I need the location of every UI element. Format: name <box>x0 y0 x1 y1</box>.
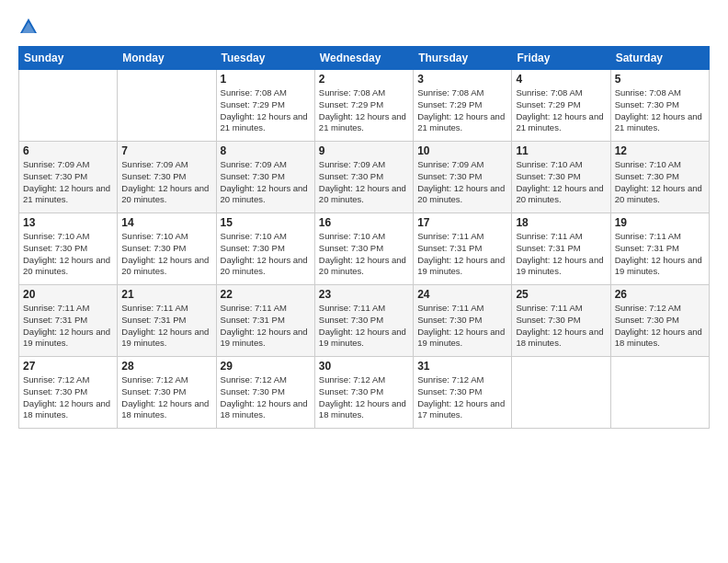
day-number: 14 <box>121 216 211 229</box>
weekday-header-sunday: Sunday <box>19 47 118 70</box>
calendar-cell: 3Sunrise: 7:08 AM Sunset: 7:29 PM Daylig… <box>414 70 512 142</box>
day-info: Sunrise: 7:11 AM Sunset: 7:31 PM Dayligh… <box>417 231 507 278</box>
calendar-cell: 20Sunrise: 7:11 AM Sunset: 7:31 PM Dayli… <box>19 285 118 357</box>
day-number: 26 <box>615 288 705 301</box>
calendar-cell: 7Sunrise: 7:09 AM Sunset: 7:30 PM Daylig… <box>118 142 216 213</box>
day-info: Sunrise: 7:09 AM Sunset: 7:30 PM Dayligh… <box>23 159 113 206</box>
day-info: Sunrise: 7:09 AM Sunset: 7:30 PM Dayligh… <box>417 159 507 206</box>
calendar-cell: 2Sunrise: 7:08 AM Sunset: 7:29 PM Daylig… <box>314 70 413 142</box>
day-number: 3 <box>417 73 507 86</box>
day-info: Sunrise: 7:11 AM Sunset: 7:30 PM Dayligh… <box>516 303 606 350</box>
day-number: 20 <box>23 288 113 301</box>
day-info: Sunrise: 7:10 AM Sunset: 7:30 PM Dayligh… <box>516 159 606 206</box>
day-number: 4 <box>516 73 606 86</box>
calendar-cell: 12Sunrise: 7:10 AM Sunset: 7:30 PM Dayli… <box>610 142 709 213</box>
calendar-cell: 30Sunrise: 7:12 AM Sunset: 7:30 PM Dayli… <box>314 357 413 429</box>
day-number: 30 <box>319 360 409 373</box>
week-row-1: 1Sunrise: 7:08 AM Sunset: 7:29 PM Daylig… <box>19 70 710 142</box>
day-info: Sunrise: 7:10 AM Sunset: 7:30 PM Dayligh… <box>23 231 113 278</box>
day-info: Sunrise: 7:08 AM Sunset: 7:29 PM Dayligh… <box>417 87 507 134</box>
calendar-cell: 1Sunrise: 7:08 AM Sunset: 7:29 PM Daylig… <box>216 70 314 142</box>
calendar: SundayMondayTuesdayWednesdayThursdayFrid… <box>18 46 710 429</box>
calendar-cell: 17Sunrise: 7:11 AM Sunset: 7:31 PM Dayli… <box>414 213 512 285</box>
day-number: 28 <box>121 360 211 373</box>
calendar-cell: 9Sunrise: 7:09 AM Sunset: 7:30 PM Daylig… <box>314 142 413 213</box>
day-info: Sunrise: 7:11 AM Sunset: 7:31 PM Dayligh… <box>615 231 705 278</box>
logo-icon <box>18 17 39 37</box>
calendar-cell: 23Sunrise: 7:11 AM Sunset: 7:30 PM Dayli… <box>314 285 413 357</box>
calendar-cell: 10Sunrise: 7:09 AM Sunset: 7:30 PM Dayli… <box>414 142 512 213</box>
calendar-cell: 11Sunrise: 7:10 AM Sunset: 7:30 PM Dayli… <box>512 142 610 213</box>
week-row-2: 6Sunrise: 7:09 AM Sunset: 7:30 PM Daylig… <box>19 142 710 213</box>
calendar-cell <box>512 357 610 429</box>
day-info: Sunrise: 7:08 AM Sunset: 7:30 PM Dayligh… <box>615 87 705 134</box>
calendar-cell: 22Sunrise: 7:11 AM Sunset: 7:31 PM Dayli… <box>216 285 314 357</box>
logo <box>18 17 40 37</box>
day-number: 12 <box>615 144 705 157</box>
calendar-cell: 27Sunrise: 7:12 AM Sunset: 7:30 PM Dayli… <box>19 357 118 429</box>
page: SundayMondayTuesdayWednesdayThursdayFrid… <box>0 0 728 563</box>
day-number: 7 <box>121 144 211 157</box>
weekday-header-row: SundayMondayTuesdayWednesdayThursdayFrid… <box>19 47 710 70</box>
day-number: 17 <box>417 216 507 229</box>
weekday-header-friday: Friday <box>512 47 610 70</box>
day-info: Sunrise: 7:10 AM Sunset: 7:30 PM Dayligh… <box>221 231 311 278</box>
calendar-cell: 29Sunrise: 7:12 AM Sunset: 7:30 PM Dayli… <box>216 357 314 429</box>
day-info: Sunrise: 7:11 AM Sunset: 7:30 PM Dayligh… <box>417 303 507 350</box>
day-info: Sunrise: 7:12 AM Sunset: 7:30 PM Dayligh… <box>319 374 409 421</box>
day-info: Sunrise: 7:11 AM Sunset: 7:31 PM Dayligh… <box>121 303 211 350</box>
day-info: Sunrise: 7:12 AM Sunset: 7:30 PM Dayligh… <box>221 374 311 421</box>
day-info: Sunrise: 7:08 AM Sunset: 7:29 PM Dayligh… <box>516 87 606 134</box>
day-number: 16 <box>319 216 409 229</box>
calendar-cell: 14Sunrise: 7:10 AM Sunset: 7:30 PM Dayli… <box>118 213 216 285</box>
calendar-cell: 28Sunrise: 7:12 AM Sunset: 7:30 PM Dayli… <box>118 357 216 429</box>
day-number: 22 <box>221 288 311 301</box>
day-number: 5 <box>615 73 705 86</box>
calendar-cell: 8Sunrise: 7:09 AM Sunset: 7:30 PM Daylig… <box>216 142 314 213</box>
weekday-header-monday: Monday <box>118 47 216 70</box>
calendar-cell: 15Sunrise: 7:10 AM Sunset: 7:30 PM Dayli… <box>216 213 314 285</box>
day-info: Sunrise: 7:09 AM Sunset: 7:30 PM Dayligh… <box>121 159 211 206</box>
day-number: 21 <box>121 288 211 301</box>
day-number: 9 <box>319 144 409 157</box>
day-info: Sunrise: 7:12 AM Sunset: 7:30 PM Dayligh… <box>121 374 211 421</box>
day-info: Sunrise: 7:10 AM Sunset: 7:30 PM Dayligh… <box>121 231 211 278</box>
calendar-cell: 6Sunrise: 7:09 AM Sunset: 7:30 PM Daylig… <box>19 142 118 213</box>
calendar-cell <box>118 70 216 142</box>
day-number: 24 <box>417 288 507 301</box>
day-info: Sunrise: 7:10 AM Sunset: 7:30 PM Dayligh… <box>615 159 705 206</box>
day-info: Sunrise: 7:08 AM Sunset: 7:29 PM Dayligh… <box>221 87 311 134</box>
calendar-cell: 26Sunrise: 7:12 AM Sunset: 7:30 PM Dayli… <box>610 285 709 357</box>
day-info: Sunrise: 7:10 AM Sunset: 7:30 PM Dayligh… <box>319 231 409 278</box>
weekday-header-saturday: Saturday <box>610 47 709 70</box>
day-number: 8 <box>221 144 311 157</box>
week-row-5: 27Sunrise: 7:12 AM Sunset: 7:30 PM Dayli… <box>19 357 710 429</box>
weekday-header-wednesday: Wednesday <box>314 47 413 70</box>
calendar-cell: 19Sunrise: 7:11 AM Sunset: 7:31 PM Dayli… <box>610 213 709 285</box>
calendar-cell: 21Sunrise: 7:11 AM Sunset: 7:31 PM Dayli… <box>118 285 216 357</box>
day-number: 11 <box>516 144 606 157</box>
week-row-3: 13Sunrise: 7:10 AM Sunset: 7:30 PM Dayli… <box>19 213 710 285</box>
day-info: Sunrise: 7:12 AM Sunset: 7:30 PM Dayligh… <box>23 374 113 421</box>
day-number: 10 <box>417 144 507 157</box>
calendar-cell <box>19 70 118 142</box>
day-info: Sunrise: 7:09 AM Sunset: 7:30 PM Dayligh… <box>221 159 311 206</box>
day-info: Sunrise: 7:12 AM Sunset: 7:30 PM Dayligh… <box>615 303 705 350</box>
calendar-cell: 24Sunrise: 7:11 AM Sunset: 7:30 PM Dayli… <box>414 285 512 357</box>
day-number: 1 <box>221 73 311 86</box>
calendar-cell <box>610 357 709 429</box>
calendar-cell: 31Sunrise: 7:12 AM Sunset: 7:30 PM Dayli… <box>414 357 512 429</box>
calendar-cell: 16Sunrise: 7:10 AM Sunset: 7:30 PM Dayli… <box>314 213 413 285</box>
calendar-cell: 5Sunrise: 7:08 AM Sunset: 7:30 PM Daylig… <box>610 70 709 142</box>
header <box>18 17 710 37</box>
week-row-4: 20Sunrise: 7:11 AM Sunset: 7:31 PM Dayli… <box>19 285 710 357</box>
day-number: 25 <box>516 288 606 301</box>
day-number: 13 <box>23 216 113 229</box>
weekday-header-tuesday: Tuesday <box>216 47 314 70</box>
calendar-cell: 25Sunrise: 7:11 AM Sunset: 7:30 PM Dayli… <box>512 285 610 357</box>
day-info: Sunrise: 7:09 AM Sunset: 7:30 PM Dayligh… <box>319 159 409 206</box>
day-number: 6 <box>23 144 113 157</box>
calendar-cell: 13Sunrise: 7:10 AM Sunset: 7:30 PM Dayli… <box>19 213 118 285</box>
weekday-header-thursday: Thursday <box>414 47 512 70</box>
day-info: Sunrise: 7:11 AM Sunset: 7:31 PM Dayligh… <box>23 303 113 350</box>
